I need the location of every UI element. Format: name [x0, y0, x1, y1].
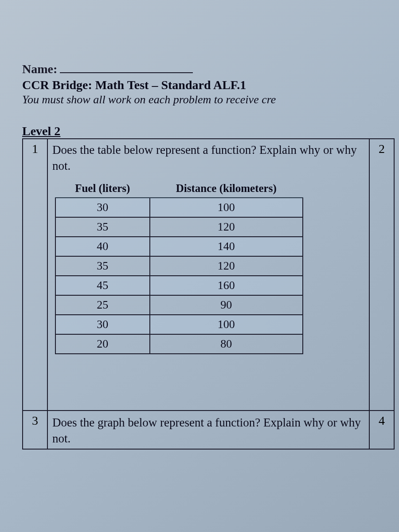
- table-row: 40140: [55, 237, 303, 256]
- worksheet-page: Name: CCR Bridge: Math Test – Standard A…: [22, 62, 399, 450]
- table-cell: 25: [55, 295, 150, 315]
- table-cell: 35: [55, 256, 150, 276]
- instruction-text: You must show all work on each problem t…: [22, 93, 399, 106]
- name-label: Name:: [22, 62, 57, 76]
- table-header-fuel: Fuel (liters): [55, 180, 150, 198]
- question-number-2: 2: [369, 139, 394, 411]
- question-cell-3: Does the graph below represent a functio…: [47, 411, 369, 449]
- question-text-1: Does the table below represent a functio…: [52, 142, 364, 174]
- name-blank-line: [60, 63, 193, 73]
- table-row: 30100: [55, 315, 303, 334]
- table-cell: 90: [150, 295, 303, 315]
- table-cell: 140: [150, 237, 303, 256]
- table-header-distance: Distance (kilometers): [150, 180, 303, 198]
- table-cell: 80: [150, 334, 303, 354]
- table-cell: 45: [55, 276, 150, 295]
- table-row: 35120: [55, 217, 303, 237]
- question-row-1: 1 Does the table below represent a funct…: [23, 139, 394, 411]
- question-grid: 1 Does the table below represent a funct…: [22, 138, 395, 450]
- table-row: 35120: [55, 256, 303, 276]
- name-row: Name:: [22, 62, 399, 76]
- table-row: 30100: [55, 198, 303, 217]
- worksheet-title: CCR Bridge: Math Test – Standard ALF.1: [22, 78, 399, 92]
- table-cell: 120: [150, 217, 303, 237]
- question-number-3: 3: [23, 411, 47, 449]
- table-row: 45160: [55, 276, 303, 295]
- table-cell: 20: [55, 334, 150, 354]
- table-cell: 30: [55, 315, 150, 334]
- question-number-4: 4: [369, 411, 394, 449]
- question-number-1: 1: [23, 139, 47, 411]
- question-text-3: Does the graph below represent a functio…: [52, 415, 364, 447]
- table-cell: 30: [55, 198, 150, 217]
- fuel-distance-table: Fuel (liters) Distance (kilometers) 3010…: [55, 180, 303, 354]
- table-row: 2590: [55, 295, 303, 315]
- table-cell: 40: [55, 237, 150, 256]
- table-cell: 120: [150, 256, 303, 276]
- table-row: 2080: [55, 334, 303, 354]
- table-cell: 100: [150, 315, 303, 334]
- table-cell: 160: [150, 276, 303, 295]
- level-label: Level 2: [22, 124, 399, 138]
- question-row-3: 3 Does the graph below represent a funct…: [23, 411, 394, 449]
- question-cell-1: Does the table below represent a functio…: [47, 139, 369, 411]
- table-cell: 35: [55, 217, 150, 237]
- table-cell: 100: [150, 198, 303, 217]
